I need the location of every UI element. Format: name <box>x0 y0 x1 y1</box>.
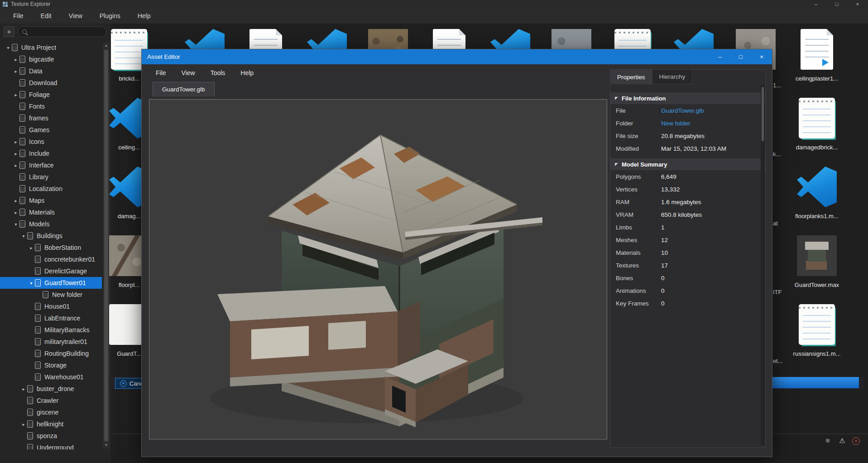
tree-item[interactable]: ▸ BoberStation <box>0 242 102 253</box>
tree-item[interactable]: ▾ GuardTower01 <box>0 277 102 289</box>
expand-arrow-icon[interactable]: ▸ <box>12 69 19 74</box>
property-row[interactable]: Vertices 13,332 <box>610 183 765 196</box>
panel-tab[interactable]: Hierarchy <box>652 70 693 84</box>
expand-arrow-icon[interactable]: ▸ <box>12 163 19 168</box>
file-item[interactable]: GuardTower.max <box>792 235 842 302</box>
expand-arrow-icon[interactable]: ▸ <box>12 151 19 156</box>
editor-menu-item[interactable]: File <box>148 69 174 76</box>
property-row[interactable]: Animations 0 <box>610 284 765 297</box>
tree-item[interactable]: ▸ Foliage <box>0 89 102 100</box>
tree-item[interactable]: ▸ Maps <box>0 195 102 206</box>
scroll-down-icon[interactable]: ▼ <box>103 442 110 449</box>
editor-tab[interactable]: GuardTower.glb <box>153 82 215 96</box>
property-row[interactable]: Bones 0 <box>610 272 765 284</box>
search-input[interactable] <box>29 27 106 37</box>
add-button[interactable]: + <box>4 26 14 37</box>
tree-item[interactable]: RoutingBuilding <box>0 348 102 359</box>
property-row[interactable]: File size 20.8 megabytes <box>610 129 765 142</box>
expand-arrow-icon[interactable]: ▸ <box>20 422 27 427</box>
property-row[interactable]: Modified Mar 15, 2023, 12:03 AM <box>610 142 765 155</box>
property-row[interactable]: File GuardTower.glb <box>610 104 765 117</box>
file-item[interactable]: floorplanks1.m... <box>792 167 842 234</box>
tree-item[interactable]: sponza <box>0 430 102 442</box>
property-row[interactable]: Limbs 1 <box>610 221 765 234</box>
property-row[interactable]: Materials 10 <box>610 246 765 259</box>
error-icon[interactable]: × <box>852 437 860 445</box>
minimize-button[interactable]: – <box>806 0 826 8</box>
warning-icon[interactable]: ⚠ <box>838 436 847 445</box>
tree-item[interactable]: Underground <box>0 442 102 449</box>
file-item[interactable]: ceilingplaster1... <box>792 29 842 96</box>
file-item[interactable]: damagedbrick... <box>792 98 842 165</box>
tree-item[interactable]: concretebunker01 <box>0 253 102 265</box>
scrollbar-thumb[interactable] <box>762 87 764 141</box>
tree-item[interactable]: LabEntrance <box>0 312 102 324</box>
property-row[interactable]: Polygons 6,649 <box>610 170 765 183</box>
list-view-icon[interactable]: ≡ <box>823 436 832 445</box>
tree-item[interactable]: ▾ Buildings <box>0 230 102 242</box>
editor-close-button[interactable]: × <box>751 49 772 64</box>
expand-arrow-icon[interactable]: ▸ <box>12 198 19 203</box>
viewport-3d[interactable] <box>149 99 607 439</box>
tree-item[interactable]: ▸ Materials <box>0 206 102 218</box>
expand-arrow-icon[interactable]: ▸ <box>20 387 27 391</box>
editor-maximize-button[interactable]: □ <box>730 49 751 64</box>
expand-arrow-icon[interactable]: ▾ <box>12 222 19 227</box>
editor-menu-item[interactable]: Tools <box>203 69 233 76</box>
property-row[interactable]: Key Frames 0 <box>610 297 765 310</box>
file-item[interactable]: russiansigns1.m... <box>792 304 842 371</box>
property-row[interactable]: Folder New folder <box>610 117 765 129</box>
tree-item[interactable]: ▸ bigcastle <box>0 53 102 65</box>
panel-tab[interactable]: Properties <box>610 70 652 84</box>
editor-menu-item[interactable]: Help <box>233 69 261 76</box>
menu-item[interactable]: View <box>60 12 91 19</box>
property-row[interactable]: RAM 1.6 megabytes <box>610 196 765 208</box>
section-header-file-information[interactable]: File Information <box>610 92 765 104</box>
tree-item[interactable]: ▸ Interface <box>0 159 102 171</box>
property-row[interactable]: Meshes 12 <box>610 234 765 246</box>
tree-item[interactable]: ▸ Icons <box>0 136 102 148</box>
tree-item[interactable]: Games <box>0 124 102 136</box>
property-row[interactable]: VRAM 650.8 kilobytes <box>610 208 765 221</box>
tree-item[interactable]: New folder <box>0 289 102 301</box>
tree-item[interactable]: giscene <box>0 406 102 418</box>
menu-item[interactable]: Edit <box>32 12 60 19</box>
tree-item[interactable]: DerelictGarage <box>0 265 102 277</box>
editor-minimize-button[interactable]: – <box>710 49 730 64</box>
menu-item[interactable]: Plugins <box>91 12 129 19</box>
close-button[interactable]: × <box>847 0 868 8</box>
property-row[interactable]: Textures 17 <box>610 259 765 272</box>
expand-arrow-icon[interactable]: ▾ <box>20 234 27 239</box>
property-value[interactable]: New folder <box>661 120 691 127</box>
tree-item[interactable]: House01 <box>0 301 102 312</box>
tree-item[interactable]: ▾ Ultra Project <box>0 42 102 53</box>
expand-arrow-icon[interactable]: ▾ <box>28 281 35 286</box>
property-value[interactable]: GuardTower.glb <box>661 107 704 114</box>
search-box[interactable] <box>18 26 106 37</box>
expand-arrow-icon[interactable]: ▸ <box>12 210 19 215</box>
tree-item[interactable]: ▾ Models <box>0 218 102 230</box>
tree-item[interactable]: MilitaryBarracks <box>0 324 102 336</box>
tree-item[interactable]: ▸ buster_drone <box>0 383 102 395</box>
section-header-model-summary[interactable]: Model Summary <box>610 158 765 170</box>
expand-arrow-icon[interactable]: ▸ <box>28 245 35 250</box>
tree-item[interactable]: ▸ Include <box>0 148 102 159</box>
editor-titlebar[interactable]: Asset Editor –□× <box>142 49 772 64</box>
tree-item[interactable]: frames <box>0 112 102 124</box>
menu-item[interactable]: File <box>5 12 32 19</box>
tree-item[interactable]: Storage <box>0 359 102 371</box>
expand-arrow-icon[interactable]: ▸ <box>12 57 19 62</box>
expand-arrow-icon[interactable]: ▸ <box>12 92 19 97</box>
tree-item[interactable]: Fonts <box>0 100 102 112</box>
maximize-button[interactable]: □ <box>826 0 847 8</box>
panel-scrollbar[interactable] <box>761 85 765 445</box>
tree-item[interactable]: ▸ Data <box>0 65 102 77</box>
editor-menu-item[interactable]: View <box>174 69 203 76</box>
tree-item[interactable]: ▸ hellknight <box>0 418 102 430</box>
tree-item[interactable]: Crawler <box>0 395 102 406</box>
tree-item[interactable]: militarytrailer01 <box>0 336 102 348</box>
expand-arrow-icon[interactable]: ▸ <box>12 139 19 144</box>
tree-item[interactable]: Localization <box>0 183 102 195</box>
tree-item[interactable]: Download <box>0 77 102 89</box>
tree-item[interactable]: Warehouse01 <box>0 371 102 383</box>
